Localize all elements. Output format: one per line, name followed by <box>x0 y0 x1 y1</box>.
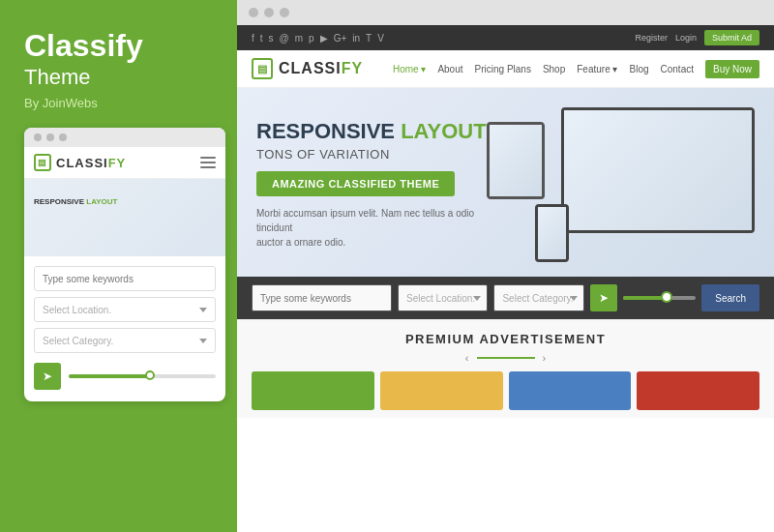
range-thumb <box>661 291 672 303</box>
hero-variation: TONS OF VARIATION <box>256 147 487 162</box>
hero-responsive: RESPONSIVE <box>256 119 401 143</box>
submit-ad-button[interactable]: Submit Ad <box>704 30 759 45</box>
mobile-hero-layout: LAYOUT <box>86 197 117 206</box>
nav-home[interactable]: Home ▾ <box>393 64 426 74</box>
app-author: By JoinWebs <box>24 96 98 110</box>
search-location-select[interactable]: Select Location. <box>398 284 488 311</box>
laptop-device <box>561 107 755 233</box>
top-bar-links: Register Login Submit Ad <box>635 30 759 45</box>
mobile-logo-text: CLASSIFY <box>56 156 126 170</box>
nav-logo-icon: ▤ <box>252 58 273 79</box>
premium-card-4[interactable] <box>637 371 759 410</box>
price-range-wrapper <box>623 296 696 300</box>
facebook-icon: f <box>252 33 254 44</box>
map-icon: m <box>295 33 303 44</box>
hero-title: RESPONSIVE LAYOUT <box>256 120 487 143</box>
website-preview: f t s @ m p ▶ G+ in T V Register Login S… <box>237 25 774 532</box>
googleplus-icon: G+ <box>334 33 347 44</box>
phone-screen <box>538 207 566 259</box>
hero-desc-2: auctor a ornare odio. <box>256 235 487 250</box>
search-button[interactable]: Search <box>701 284 759 311</box>
hero-desc-1: Morbi accumsan ipsum velit. Nam nec tell… <box>256 206 487 235</box>
phone-device <box>535 204 569 262</box>
nav-blog[interactable]: Blog <box>630 64 649 74</box>
hero-section: RESPONSIVE LAYOUT TONS OF VARIATION AMAZ… <box>237 88 774 277</box>
tumblr-icon: T <box>366 33 372 44</box>
hero-cta-button[interactable]: AMAZING CLASSIFIED THEME <box>256 171 455 196</box>
mobile-hero: RESPONSIVE LAYOUT <box>24 179 225 256</box>
premium-cards <box>252 371 759 410</box>
hamburger-icon[interactable] <box>200 157 216 168</box>
chrome-dot-3 <box>280 8 289 17</box>
search-bar-section: Select Location. Select Category. ➤ Sear… <box>237 277 774 319</box>
search-keywords-input[interactable] <box>252 284 392 311</box>
mobile-location-select[interactable]: Select Location. <box>34 297 216 322</box>
mobile-hero-text: RESPONSIVE <box>34 197 86 206</box>
mail-icon: @ <box>280 33 289 44</box>
premium-card-1[interactable] <box>252 371 374 410</box>
search-location-button[interactable]: ➤ <box>590 284 617 311</box>
browser-dot-2 <box>46 133 54 141</box>
premium-title: PREMIUM ADVERTISEMENT <box>252 332 759 346</box>
mobile-preview-card: ▤ CLASSIFY RESPONSIVE LAYOUT Select Loca… <box>24 128 225 401</box>
mobile-range-thumb <box>145 370 155 380</box>
vimeo-icon: V <box>377 33 384 44</box>
main-nav: ▤ CLASSIFY Home ▾ About Pricing Plans Sh… <box>237 50 774 88</box>
register-link[interactable]: Register <box>635 33 668 43</box>
mobile-range-bar[interactable] <box>69 374 216 378</box>
next-arrow[interactable]: › <box>543 352 547 364</box>
premium-divider: ‹ › <box>252 352 759 364</box>
nav-pricing[interactable]: Pricing Plans <box>475 64 531 74</box>
social-icons: f t s @ m p ▶ G+ in T V <box>252 33 384 44</box>
nav-buynow[interactable]: Buy Now <box>705 60 759 78</box>
chrome-dot-1 <box>249 8 258 17</box>
mobile-range-fill <box>69 374 150 378</box>
mobile-nav-bar: ▤ CLASSIFY <box>24 147 225 179</box>
tablet-device <box>487 122 545 199</box>
tablet-screen <box>490 125 542 196</box>
browser-chrome <box>237 0 774 25</box>
location-icon: ➤ <box>599 291 609 305</box>
nav-shop[interactable]: Shop <box>543 64 565 74</box>
nav-logo-text: CLASSIFY <box>279 60 363 77</box>
nav-logo: ▤ CLASSIFY <box>252 58 363 79</box>
mobile-category-select[interactable]: Select Category. <box>34 328 216 353</box>
laptop-screen <box>564 110 752 230</box>
pinterest-icon: p <box>309 33 314 44</box>
linkedin-icon: in <box>352 33 360 44</box>
website-top-bar: f t s @ m p ▶ G+ in T V Register Login S… <box>237 25 774 50</box>
mobile-logo: ▤ CLASSIFY <box>34 154 126 171</box>
search-category-select[interactable]: Select Category. <box>493 284 583 311</box>
price-range-track[interactable] <box>623 296 696 300</box>
divider-line <box>477 357 535 359</box>
hero-layout: LAYOUT <box>401 119 486 143</box>
arrow-icon: ➤ <box>43 369 52 383</box>
youtube-icon: ▶ <box>320 33 328 44</box>
hero-text: RESPONSIVE LAYOUT TONS OF VARIATION AMAZ… <box>256 120 487 250</box>
right-panel: f t s @ m p ▶ G+ in T V Register Login S… <box>237 0 774 532</box>
login-link[interactable]: Login <box>675 33 697 43</box>
browser-dot-1 <box>34 133 42 141</box>
premium-card-3[interactable] <box>509 371 632 410</box>
mobile-keywords-input[interactable] <box>34 266 216 291</box>
nav-contact[interactable]: Contact <box>661 64 694 74</box>
hero-devices <box>487 107 755 262</box>
nav-about[interactable]: About <box>437 64 462 74</box>
chrome-dot-2 <box>264 8 274 17</box>
mobile-logo-icon: ▤ <box>34 154 51 171</box>
mobile-button-row: ➤ <box>24 363 225 390</box>
skype-icon: s <box>269 33 274 44</box>
browser-dot-3 <box>59 133 67 141</box>
twitter-icon: t <box>260 33 263 44</box>
left-panel: Classify Theme By JoinWebs ▤ CLASSIFY <box>0 0 237 532</box>
nav-links: Home ▾ About Pricing Plans Shop Feature … <box>393 60 759 78</box>
app-subtitle: Theme <box>24 65 90 90</box>
premium-section: PREMIUM ADVERTISEMENT ‹ › <box>237 319 774 418</box>
mobile-search-area: Select Location. Select Category. <box>24 256 225 359</box>
premium-card-2[interactable] <box>380 371 503 410</box>
mobile-submit-button[interactable]: ➤ <box>34 363 61 390</box>
nav-feature[interactable]: Feature ▾ <box>577 64 617 74</box>
mobile-browser-bar <box>24 128 225 147</box>
prev-arrow[interactable]: ‹ <box>465 352 469 364</box>
app-title: Classify <box>24 29 143 63</box>
